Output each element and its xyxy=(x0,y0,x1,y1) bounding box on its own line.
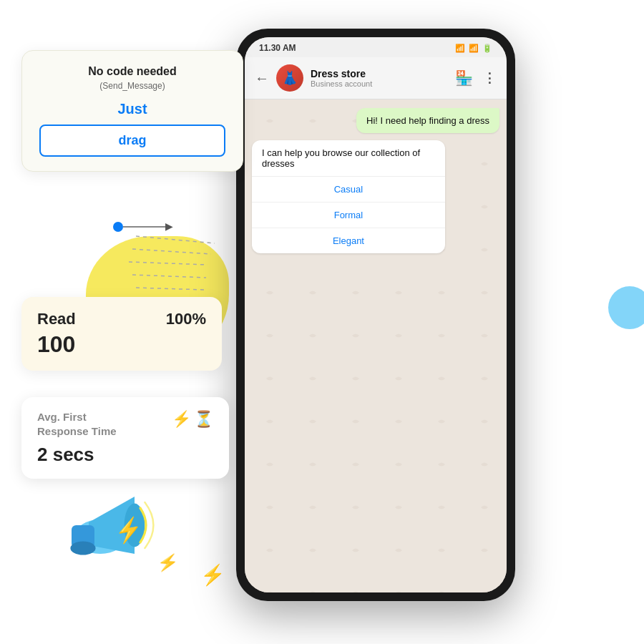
drag-label: drag xyxy=(118,133,146,148)
response-icons: ⚡ ⏳ xyxy=(172,410,213,429)
no-code-card: No code needed (Send_Message) Just drag xyxy=(21,50,243,172)
just-label: Just xyxy=(39,101,225,117)
phone-screen: 11.30 AM 📶 📶 🔋 ← 👗 Dress store Business … xyxy=(245,37,507,592)
store-subtitle: Business account xyxy=(311,79,448,88)
connector-arrow xyxy=(123,226,166,228)
chat-area: Hi! I need help finding a dress I can he… xyxy=(245,99,507,592)
phone-mockup: 11.30 AM 📶 📶 🔋 ← 👗 Dress store Business … xyxy=(236,29,544,615)
blue-circle-accent xyxy=(608,286,644,329)
status-bar: 11.30 AM 📶 📶 🔋 xyxy=(245,37,507,57)
svg-line-1 xyxy=(132,249,211,254)
read-percent: 100% xyxy=(166,310,206,328)
response-time-card: Avg. FirstResponse Time ⚡ ⏳ 2 secs xyxy=(21,397,229,479)
read-label: Read xyxy=(37,310,76,328)
hourglass-icon: ⏳ xyxy=(194,410,213,429)
connector-line xyxy=(113,222,166,232)
response-label: Avg. FirstResponse Time xyxy=(37,410,117,438)
more-options-icon[interactable]: ⋮ xyxy=(483,70,497,86)
status-time: 11.30 AM xyxy=(259,43,296,53)
response-value: 2 secs xyxy=(37,444,213,466)
no-code-title: No code needed xyxy=(39,65,225,78)
svg-line-4 xyxy=(136,288,204,290)
option-casual[interactable]: Casual xyxy=(252,177,445,203)
outgoing-message: Hi! I need help finding a dress xyxy=(356,108,499,133)
store-info: Dress store Business account xyxy=(311,68,448,88)
svg-line-2 xyxy=(129,262,208,265)
outgoing-message-text: Hi! I need help finding a dress xyxy=(366,115,489,126)
incoming-message-card: I can help you browse our collection of … xyxy=(252,140,445,253)
phone-frame: 11.30 AM 📶 📶 🔋 ← 👗 Dress store Business … xyxy=(236,29,515,601)
store-name: Dress store xyxy=(311,68,448,79)
drag-box[interactable]: drag xyxy=(39,125,225,157)
svg-point-9 xyxy=(70,541,95,555)
incoming-message-text: I can help you browse our collection of … xyxy=(252,140,445,177)
store-icon[interactable]: 🏪 xyxy=(455,69,473,87)
lightning-bolt-1: ⚡ xyxy=(112,514,145,546)
read-stats-card: Read 100% 100 xyxy=(21,297,222,371)
wifi-icon: 📶 xyxy=(455,44,465,53)
no-code-subtitle: (Send_Message) xyxy=(39,81,225,91)
lightning-icon: ⚡ xyxy=(172,410,191,429)
lightning-bolt-3: ⚡ xyxy=(200,563,225,587)
option-elegant[interactable]: Elegant xyxy=(252,228,445,253)
whatsapp-header: ← 👗 Dress store Business account 🏪 ⋮ xyxy=(245,57,507,99)
store-avatar: 👗 xyxy=(276,64,303,92)
svg-line-3 xyxy=(132,275,206,278)
battery-icon: 🔋 xyxy=(482,44,492,53)
megaphone-illustration xyxy=(43,472,186,601)
back-button[interactable]: ← xyxy=(255,70,269,87)
avatar-icon: 👗 xyxy=(282,70,298,86)
status-icons: 📶 📶 🔋 xyxy=(455,44,492,53)
dashed-lines-decoration xyxy=(129,229,222,308)
lightning-bolt-2: ⚡ xyxy=(157,552,180,574)
option-formal[interactable]: Formal xyxy=(252,203,445,228)
svg-line-0 xyxy=(136,236,215,243)
signal-icon: 📶 xyxy=(469,44,479,53)
header-actions: 🏪 ⋮ xyxy=(455,69,497,87)
read-count: 100 xyxy=(37,331,206,358)
connector-dot xyxy=(113,222,123,232)
